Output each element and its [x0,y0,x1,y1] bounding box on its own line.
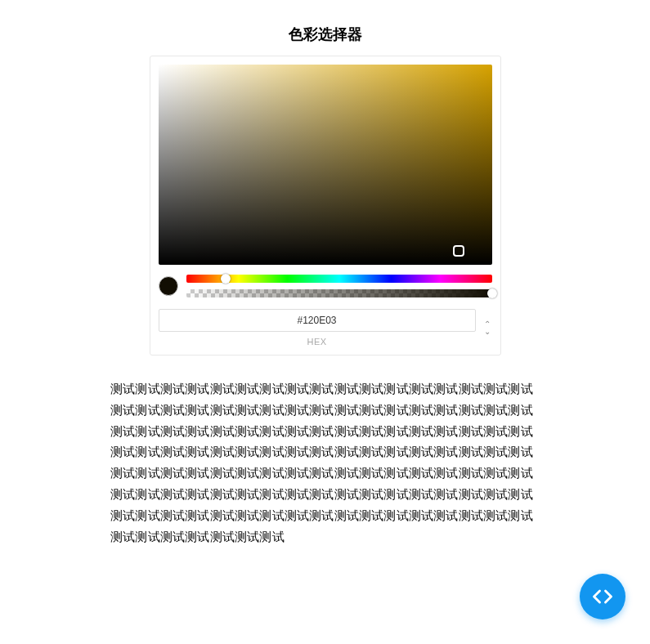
slider-column [186,275,492,297]
alpha-slider[interactable] [186,289,492,297]
color-mode-toggle[interactable]: ⌃ ⌄ [482,317,492,338]
hue-slider[interactable] [186,275,492,283]
saturation-cursor[interactable] [453,245,464,257]
alpha-slider-handle[interactable] [487,288,497,298]
current-color-swatch [159,276,178,296]
saturation-brightness-area[interactable] [159,65,492,265]
color-mode-label: HEX [159,337,476,347]
code-fab-button[interactable] [580,574,625,619]
code-icon [591,585,614,608]
hue-slider-handle[interactable] [221,274,231,284]
hex-column: HEX [159,309,476,347]
hex-input-row: HEX ⌃ ⌄ [159,309,492,347]
picker-controls [159,275,492,297]
chevron-down-icon: ⌄ [484,328,491,335]
body-paragraph: 测试测试测试测试测试测试测试测试测试测试测试测试测试测试测试测试测试测试测试测试… [110,378,540,547]
color-picker-panel: HEX ⌃ ⌄ [150,56,501,356]
page-title: 色彩选择器 [110,25,540,44]
hex-input[interactable] [159,309,476,332]
